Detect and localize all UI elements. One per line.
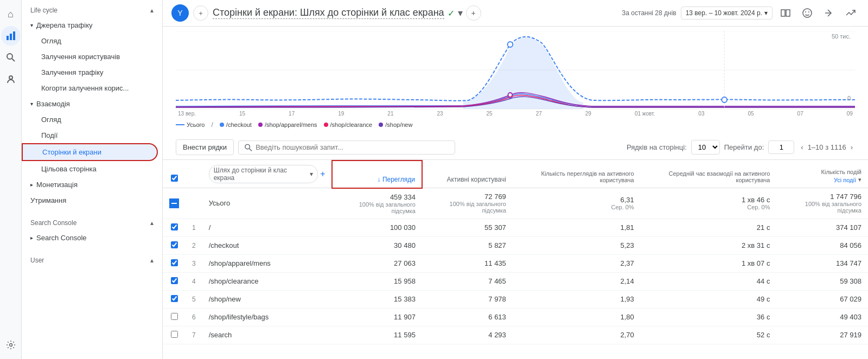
search-input[interactable] — [256, 143, 449, 151]
events-filter-down-icon[interactable]: ▾ — [858, 176, 861, 183]
traffic-sources-group[interactable]: ▾ Джерела трафіку — [22, 17, 162, 33]
dimension-chip[interactable]: Шлях до сторінки й клас екрана ▾ — [209, 165, 318, 183]
row-checkbox[interactable] — [171, 259, 178, 266]
row-checkbox-cell[interactable] — [163, 326, 186, 344]
views-col-header[interactable]: ↓ Перегляди — [332, 161, 422, 188]
sidebar-item-events[interactable]: Події — [22, 127, 158, 143]
avg-time-col-header[interactable]: Середній час взаємодії на активного кори… — [641, 161, 777, 188]
date-dropdown-icon: ▾ — [764, 9, 768, 17]
row-active-users-cell: 5 827 — [422, 236, 513, 254]
total-events-cell: 1 747 796 100% від загального підсумка — [776, 188, 868, 219]
user-section-header[interactable]: User ▴ — [22, 250, 162, 267]
row-active-users-cell: 11 435 — [422, 254, 513, 272]
add-view-button[interactable]: + — [193, 5, 208, 21]
add-metric-button[interactable]: + — [466, 5, 481, 21]
rows-per-page-select[interactable]: 10 25 50 — [691, 140, 720, 155]
events-col-header[interactable]: Кількість подій Усі події ▾ — [776, 161, 868, 188]
search-nav-icon[interactable] — [1, 48, 21, 67]
monetization-group[interactable]: ▸ Монетизація — [22, 177, 162, 193]
row-checkbox-cell[interactable] — [163, 219, 186, 236]
goto-label: Перейти до: — [724, 143, 764, 151]
next-page-button[interactable]: › — [848, 142, 855, 152]
sidebar-item-pages[interactable]: Сторінки й екрани — [22, 143, 158, 161]
search-box[interactable] — [238, 140, 455, 155]
sidebar-item-cohorts[interactable]: Когорти залучення корис... — [22, 80, 158, 96]
avatar[interactable]: Y — [171, 4, 189, 22]
engagement-group[interactable]: ▾ Взаємодія — [22, 96, 162, 112]
row-views-per-user-cell: 1,80 — [513, 308, 641, 326]
main-content: Y + Сторінки й екрани: Шлях до сторінки … — [163, 0, 868, 359]
row-checkbox[interactable] — [171, 241, 178, 248]
sidebar-item-retention[interactable]: Утримання — [22, 193, 158, 208]
table-row: 2 /checkout 30 480 5 827 5,23 2 хв 31 с … — [163, 236, 868, 254]
row-checkbox-cell[interactable] — [163, 272, 186, 290]
legend-apparel-dot — [258, 123, 263, 127]
sidebar-item-overview1[interactable]: Огляд — [22, 33, 158, 49]
title-dropdown-icon[interactable]: ▾ — [458, 7, 463, 19]
search-console-arrow-icon: ▸ — [30, 235, 33, 241]
row-checkbox[interactable] — [171, 277, 178, 284]
sidebar-item-landing-page[interactable]: Цільова сторінка — [22, 161, 158, 177]
settings-nav-icon[interactable] — [1, 335, 21, 355]
row-checkbox[interactable] — [171, 331, 178, 338]
select-all-header[interactable] — [163, 161, 186, 188]
row-num-cell: 1 — [186, 219, 202, 236]
goto-input[interactable] — [768, 140, 794, 154]
select-all-checkbox[interactable] — [171, 175, 178, 182]
legend-new-dot — [379, 123, 383, 127]
x-label-5: 23 — [437, 111, 443, 117]
add-dimension-button[interactable]: + — [320, 169, 325, 179]
row-checkbox-cell[interactable] — [163, 308, 186, 326]
dimension-col-header[interactable]: Шлях до сторінки й клас екрана ▾ + — [202, 161, 333, 188]
row-events-cell: 67 029 — [776, 290, 868, 308]
page-navigation: ‹ 1–10 з 1116 › — [799, 142, 855, 152]
row-path-cell: /shop/lifestyle/bags — [202, 308, 333, 326]
row-views-per-user-cell: 5,23 — [513, 236, 641, 254]
search-console-section-header[interactable]: Search Console ▴ — [22, 213, 162, 230]
legend-total-label: Усього — [187, 121, 205, 128]
row-views-per-user-cell: 2,37 — [513, 254, 641, 272]
views-per-user-col-header[interactable]: Кількість переглядів на активного корист… — [513, 161, 641, 188]
header-actions: За останні 28 днів 13 вер. – 10 жовт. 20… — [622, 4, 859, 22]
share-icon[interactable] — [820, 4, 838, 22]
row-checkbox[interactable] — [171, 295, 178, 302]
sidebar-item-traffic-acquisition[interactable]: Залучення трафіку — [22, 65, 158, 80]
row-checkbox[interactable] — [171, 223, 178, 230]
svg-rect-21 — [176, 124, 184, 125]
compare-icon[interactable] — [777, 4, 794, 22]
table-row: 6 /shop/lifestyle/bags 11 907 6 613 1,80… — [163, 308, 868, 326]
emoji-icon[interactable] — [799, 4, 816, 22]
add-rows-button[interactable]: Внести рядки — [176, 139, 234, 155]
row-events-cell: 49 403 — [776, 308, 868, 326]
lifecycle-section-header[interactable]: Life cycle ▴ — [22, 0, 162, 17]
prev-page-button[interactable]: ‹ — [799, 142, 805, 152]
row-checkbox-cell[interactable] — [163, 236, 186, 254]
x-label-3: 19 — [338, 111, 344, 117]
legend-apparel-label: /shop/apparel/mens — [265, 121, 317, 128]
svg-rect-7 — [781, 10, 785, 16]
row-checkbox-cell[interactable] — [163, 290, 186, 308]
home-nav-icon[interactable]: ⌂ — [1, 4, 21, 24]
row-active-users-cell: 7 978 — [422, 290, 513, 308]
row-avg-time-cell: 44 с — [641, 272, 777, 290]
sidebar-item-user-acquisition[interactable]: Залучення користувачів — [22, 49, 158, 65]
row-checkbox-cell[interactable] — [163, 254, 186, 272]
events-filter-label: Усі події — [834, 177, 856, 183]
row-num-cell: 3 — [186, 254, 202, 272]
svg-point-18 — [508, 42, 513, 47]
x-label-6: 25 — [487, 111, 493, 117]
audience-nav-icon[interactable] — [1, 69, 21, 89]
search-console-group[interactable]: ▸ Search Console — [22, 230, 162, 246]
active-users-col-header[interactable]: Активні користувачі — [422, 161, 513, 188]
trending-icon[interactable] — [842, 4, 859, 22]
date-range-selector[interactable]: 13 вер. – 10 жовт. 2024 р. ▾ — [681, 7, 773, 20]
analytics-nav-icon[interactable] — [1, 26, 21, 46]
legend-new: /shop/new — [379, 121, 412, 128]
table-row: 3 /shop/apparel/mens 27 063 11 435 2,37 … — [163, 254, 868, 272]
row-avg-time-cell: 2 хв 31 с — [641, 236, 777, 254]
row-checkbox[interactable] — [171, 313, 178, 320]
engagement-arrow-icon: ▾ — [30, 101, 33, 107]
monetization-arrow-icon: ▸ — [30, 182, 33, 188]
sidebar-item-overview2[interactable]: Огляд — [22, 112, 158, 127]
row-avg-time-cell: 21 с — [641, 219, 777, 236]
